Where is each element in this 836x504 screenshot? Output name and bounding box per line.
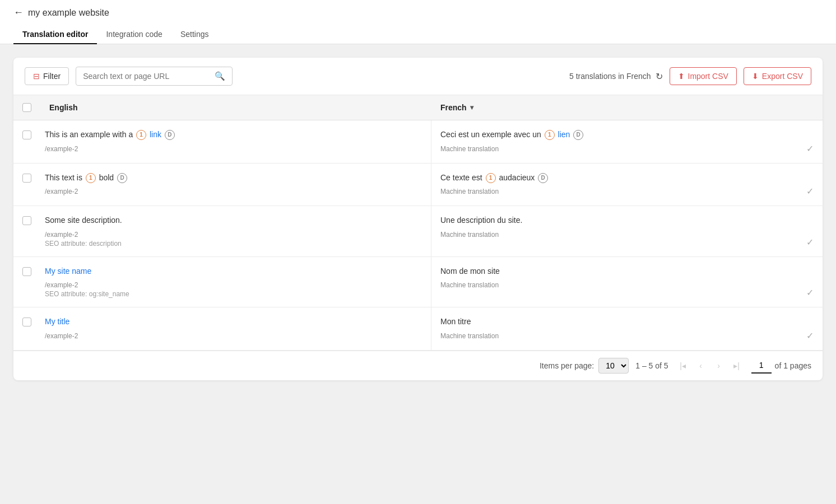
row1-eng-link-text: link <box>150 130 161 139</box>
row5-check-icon: ✓ <box>806 330 814 341</box>
row2-eng-tag-close: D <box>117 173 127 183</box>
translation-count: 5 translations in French ↻ <box>569 71 663 82</box>
row4-machine-translation: Machine translation <box>440 281 814 289</box>
table-row: My title /example-2 Mon titre Machine tr… <box>13 307 823 351</box>
row1-checkbox[interactable] <box>22 130 31 139</box>
upload-icon: ⬆ <box>678 72 685 81</box>
pagination-controls: |◂ ‹ › ▸| <box>675 358 745 374</box>
row3-checkbox[interactable] <box>22 216 31 225</box>
row1-english-text: This is an example with a 1 link D <box>45 129 422 141</box>
row1-fr-link-text: lien <box>558 130 570 139</box>
row2-french: Ce texte est 1 audacieux D Machine trans… <box>431 164 823 206</box>
toolbar: ⊟ Filter 🔍 5 translations in French ↻ ⬆ … <box>13 58 823 95</box>
row2-fr-tag-open: 1 <box>486 173 496 183</box>
row3-check-icon: ✓ <box>806 237 814 248</box>
row2-machine-translation: Machine translation <box>440 188 814 195</box>
col-french[interactable]: French ▾ <box>431 95 823 120</box>
filter-button[interactable]: ⊟ Filter <box>25 67 69 85</box>
row3-eng-url: /example-2 <box>45 231 422 239</box>
row2-checkbox[interactable] <box>22 174 31 183</box>
row5-english-text: My title <box>45 316 422 328</box>
nav-tabs: Translation editor Integration code Sett… <box>13 25 823 44</box>
last-page-button[interactable]: ▸| <box>729 358 745 374</box>
row1-eng-tag-open: 1 <box>136 130 146 140</box>
row2-eng-url: /example-2 <box>45 188 422 195</box>
first-page-button[interactable]: |◂ <box>675 358 691 374</box>
tab-translation-editor[interactable]: Translation editor <box>13 25 97 44</box>
row3-english-text: Some site description. <box>45 215 422 226</box>
table-header: English French ▾ <box>13 95 823 120</box>
row4-english: My site name /example-2 SEO attribute: o… <box>40 257 431 307</box>
row1-machine-translation: Machine translation <box>440 145 814 153</box>
row2-fr-bold-text: audacieux <box>499 173 535 182</box>
row2-fr-tag-close: D <box>538 173 548 183</box>
row2-french-text: Ce texte est 1 audacieux D <box>440 172 814 184</box>
row2-english: This text is 1 bold D /example-2 <box>40 164 431 206</box>
per-page-select[interactable]: 10 25 50 <box>598 358 629 374</box>
row1-eng-url: /example-2 <box>45 145 422 153</box>
row5-english: My title /example-2 <box>40 307 431 350</box>
row3-french: Une description du site. Machine transla… <box>431 206 823 256</box>
row5-checkbox[interactable] <box>22 318 31 326</box>
row5-machine-translation: Machine translation <box>440 332 814 340</box>
col-english: English <box>40 95 431 120</box>
site-title: my example website <box>28 8 109 18</box>
row5-french-text: Mon titre <box>440 316 814 328</box>
tab-settings[interactable]: Settings <box>171 25 218 44</box>
row1-english: This is an example with a 1 link D /exam… <box>40 120 431 163</box>
table-row: This is an example with a 1 link D /exam… <box>13 120 823 164</box>
row2-fr-text-before: Ce texte est <box>440 173 485 182</box>
top-bar-header: ← my example website <box>13 7 823 18</box>
items-per-page: Items per page: 10 25 50 <box>540 358 629 374</box>
row2-check-icon: ✓ <box>806 186 814 197</box>
export-label: Export CSV <box>762 72 803 81</box>
row4-check-icon: ✓ <box>806 287 814 298</box>
row1-fr-tag-open: 1 <box>545 130 555 140</box>
back-arrow[interactable]: ← <box>13 7 24 18</box>
import-csv-button[interactable]: ⬆ Import CSV <box>670 67 737 85</box>
pagination-bar: Items per page: 10 25 50 1 – 5 of 5 |◂ ‹… <box>13 351 823 380</box>
row4-english-text: My site name <box>45 266 422 277</box>
of-pages-text: of 1 pages <box>775 361 811 370</box>
table-row: My site name /example-2 SEO attribute: o… <box>13 257 823 308</box>
row1-eng-tag-close: D <box>165 130 175 140</box>
search-icon: 🔍 <box>215 71 225 81</box>
row2-eng-bold-text: bold <box>99 173 114 182</box>
row2-eng-tag-open: 1 <box>86 173 96 183</box>
row3-english: Some site description. /example-2 SEO at… <box>40 206 431 256</box>
filter-label: Filter <box>43 72 61 81</box>
row5-french: Mon titre Machine translation ✓ <box>431 307 823 350</box>
row5-checkbox-cell <box>13 307 40 350</box>
tab-integration-code[interactable]: Integration code <box>97 25 171 44</box>
next-page-button[interactable]: › <box>711 358 727 374</box>
search-box: 🔍 <box>76 67 233 86</box>
pagination-range: 1 – 5 of 5 <box>635 361 668 370</box>
row1-fr-text-before: Ceci est un exemple avec un <box>440 130 544 139</box>
row1-fr-tag-close: D <box>573 130 583 140</box>
page-input-wrap: of 1 pages <box>751 358 811 374</box>
header-checkbox-cell <box>13 95 40 120</box>
chevron-down-icon: ▾ <box>470 104 473 111</box>
row2-eng-text-before: This text is <box>45 173 85 182</box>
search-input[interactable] <box>83 72 210 81</box>
select-all-checkbox[interactable] <box>22 103 31 112</box>
prev-page-button[interactable]: ‹ <box>693 358 709 374</box>
row5-eng-url: /example-2 <box>45 332 422 340</box>
row3-french-text: Une description du site. <box>440 215 814 226</box>
row4-checkbox[interactable] <box>22 267 31 276</box>
row1-french-text: Ceci est un exemple avec un 1 lien D <box>440 129 814 141</box>
col-french-label: French <box>440 103 467 112</box>
page-number-input[interactable] <box>751 358 772 374</box>
export-csv-button[interactable]: ⬇ Export CSV <box>744 67 811 85</box>
row1-check-icon: ✓ <box>806 143 814 154</box>
row4-checkbox-cell <box>13 257 40 307</box>
filter-icon: ⊟ <box>33 72 40 81</box>
download-icon: ⬇ <box>752 72 759 81</box>
refresh-button[interactable]: ↻ <box>656 71 663 82</box>
row3-seo-attr: SEO attribute: description <box>45 240 422 248</box>
row1-french: Ceci est un exemple avec un 1 lien D Mac… <box>431 120 823 163</box>
row3-machine-translation: Machine translation <box>440 231 814 239</box>
row2-checkbox-cell <box>13 164 40 206</box>
row2-english-text: This text is 1 bold D <box>45 172 422 184</box>
row1-eng-text-before: This is an example with a <box>45 130 135 139</box>
